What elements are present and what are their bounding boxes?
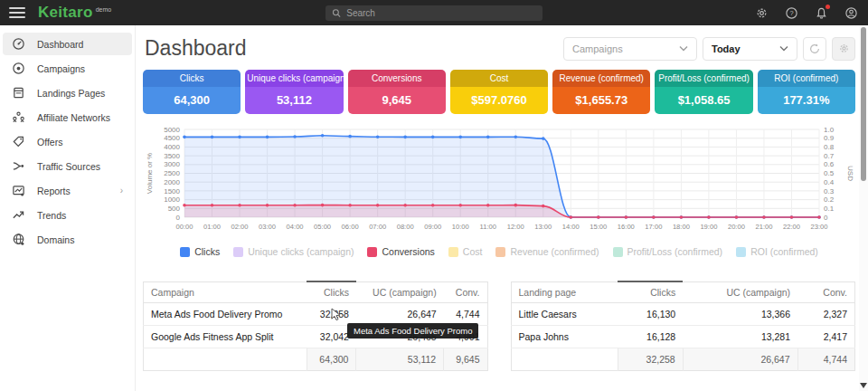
sidebar-item-offers[interactable]: Offers — [3, 130, 132, 153]
sidebar-item-traffic-sources[interactable]: Traffic Sources — [3, 155, 132, 177]
svg-text:01:00: 01:00 — [203, 223, 221, 231]
campaign-name[interactable]: Google Ads Fitness App Split — [144, 326, 307, 348]
chevron-right-icon: › — [120, 186, 123, 196]
legend-item-6[interactable]: ROI (confirmed) — [736, 246, 818, 257]
campaigns-filter-select[interactable]: Campaigns — [563, 37, 697, 61]
campaign-name[interactable]: Meta Ads Food Delivery Promo — [144, 303, 307, 326]
svg-text:0.4: 0.4 — [824, 178, 835, 186]
table-row: Meta Ads Food Delivery Promo 32,258 26,6… — [144, 303, 488, 326]
legend-item-2[interactable]: Conversions — [367, 246, 434, 257]
stat-cards: Clicks64,300 Unique clicks (campaign)53,… — [143, 70, 855, 114]
svg-text:21:00: 21:00 — [755, 223, 772, 231]
svg-text:11:00: 11:00 — [480, 223, 496, 231]
stat-card-roi: ROI (confirmed)177.31% — [758, 70, 855, 114]
search-input[interactable] — [346, 8, 536, 18]
tag-icon — [12, 135, 25, 148]
search-box[interactable] — [326, 5, 542, 21]
svg-text:0.5: 0.5 — [824, 169, 835, 177]
sidebar-item-affiliate-networks[interactable]: Affiliate Networks — [3, 106, 132, 129]
svg-text:2000: 2000 — [164, 178, 180, 186]
legend-item-1[interactable]: Unique clicks (campaign) — [233, 246, 354, 257]
dashboard-settings-button[interactable] — [832, 37, 855, 61]
app-window: Keitarodemo ? DashboardCampaignsLandings… — [0, 0, 868, 391]
app-logo[interactable]: Keitarodemo — [38, 4, 111, 22]
svg-text:08:00: 08:00 — [397, 223, 414, 231]
svg-text:0.3: 0.3 — [824, 187, 835, 196]
search-icon — [332, 8, 341, 18]
svg-text:?: ? — [789, 9, 793, 17]
notifications-bell-icon[interactable] — [814, 5, 829, 21]
table-totals-row: 32,258 26,647 4,744 — [511, 348, 855, 371]
stat-card-clicks: Clicks64,300 — [143, 70, 241, 114]
landing-page-name[interactable]: Little Caesars — [511, 303, 618, 326]
settings-icon[interactable] — [754, 5, 769, 21]
sidebar-item-reports[interactable]: Reports› — [3, 179, 132, 202]
landing-pages-table: Landing page Clicks UC (campaign) Conv. … — [511, 281, 856, 371]
svg-text:1.0: 1.0 — [824, 126, 835, 134]
svg-text:04:00: 04:00 — [287, 223, 304, 231]
column-header-conv[interactable]: Conv. — [444, 281, 487, 303]
legend-swatch — [613, 247, 623, 257]
svg-text:19:00: 19:00 — [700, 223, 717, 231]
svg-text:10:00: 10:00 — [452, 223, 469, 231]
gear-icon — [838, 43, 850, 54]
legend-swatch — [448, 247, 458, 257]
svg-text:23:00: 23:00 — [810, 223, 827, 231]
legend-item-5[interactable]: Profit/Loss (confirmed) — [613, 246, 723, 257]
column-header-conv[interactable]: Conv. — [797, 281, 854, 303]
column-header-uc[interactable]: UC (campaign) — [683, 281, 797, 303]
sidebar-item-landings-pages[interactable]: Landings Pages — [3, 81, 132, 104]
page-title: Dashboard — [145, 36, 247, 61]
svg-text:18:00: 18:00 — [673, 223, 690, 231]
stat-card-profit-loss: Profit/Loss (confirmed)$1,058.65 — [655, 70, 752, 114]
svg-text:USD: USD — [846, 166, 854, 181]
svg-text:22:00: 22:00 — [783, 223, 800, 231]
legend-swatch — [233, 247, 243, 257]
legend-item-4[interactable]: Revenue (confirmed) — [495, 246, 599, 257]
svg-text:15:00: 15:00 — [590, 223, 607, 231]
column-header-uc[interactable]: UC (campaign) — [356, 281, 444, 303]
stat-card-revenue: Revenue (confirmed)$1,655.73 — [552, 70, 650, 114]
globe-icon — [12, 233, 25, 246]
column-header-campaign[interactable]: Campaign — [144, 281, 307, 303]
scrollbar-down-arrow[interactable] — [860, 383, 867, 388]
scrollbar-thumb[interactable] — [861, 27, 866, 181]
sidebar-item-campaigns[interactable]: Campaigns — [3, 57, 132, 80]
legend-swatch — [180, 247, 190, 257]
account-icon[interactable] — [844, 5, 859, 21]
sidebar-item-dashboard[interactable]: Dashboard — [3, 33, 132, 55]
demo-badge: demo — [96, 6, 112, 13]
sidebar-item-trends[interactable]: Trends — [3, 204, 132, 226]
column-header-clicks[interactable]: Clicks — [307, 281, 356, 303]
sidebar: DashboardCampaignsLandings PagesAffiliat… — [0, 25, 136, 391]
svg-text:0.9: 0.9 — [824, 134, 835, 142]
legend-item-3[interactable]: Cost — [448, 246, 483, 257]
legend-item-0[interactable]: Clicks — [180, 246, 220, 257]
svg-text:3000: 3000 — [164, 160, 180, 168]
date-range-select[interactable]: Today — [703, 37, 797, 61]
notification-dot — [826, 5, 830, 9]
legend-swatch — [495, 247, 505, 257]
chart-legend: ClicksUnique clicks (campaign)Conversion… — [143, 246, 855, 257]
svg-text:02:00: 02:00 — [231, 223, 249, 231]
main-content: Dashboard Campaigns Today — [136, 25, 868, 391]
menu-toggle-icon[interactable] — [9, 7, 25, 18]
column-header-clicks[interactable]: Clicks — [618, 281, 683, 303]
topbar: Keitarodemo ? — [0, 0, 868, 25]
svg-text:4500: 4500 — [164, 134, 180, 142]
svg-text:17:00: 17:00 — [645, 223, 662, 231]
landing-page-name[interactable]: Papa Johns — [511, 326, 618, 348]
legend-swatch — [736, 247, 746, 257]
chevron-down-icon — [779, 45, 788, 52]
svg-text:12:00: 12:00 — [507, 223, 524, 231]
sidebar-item-domains[interactable]: Domains — [3, 228, 132, 251]
gauge-icon — [12, 37, 25, 51]
svg-text:0.7: 0.7 — [824, 152, 835, 160]
people-icon — [12, 110, 25, 124]
help-icon[interactable]: ? — [784, 5, 799, 21]
refresh-button[interactable] — [803, 37, 826, 61]
traffic-chart: 005000.110000.215000.320000.425000.53000… — [143, 123, 855, 244]
svg-text:16:00: 16:00 — [618, 223, 635, 231]
svg-text:2500: 2500 — [164, 169, 180, 177]
column-header-landing-page[interactable]: Landing page — [511, 281, 618, 303]
